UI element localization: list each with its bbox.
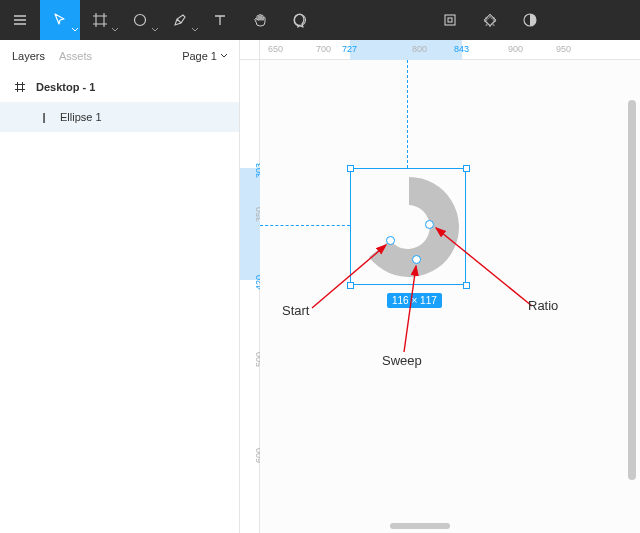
pen-tool[interactable] (160, 0, 200, 40)
frame-row[interactable]: Desktop - 1 (0, 72, 239, 102)
selection-box (350, 168, 466, 285)
tab-assets[interactable]: Assets (59, 50, 92, 62)
arc-start-handle[interactable] (386, 236, 395, 245)
selection-handle-sw[interactable] (347, 282, 354, 289)
layers-panel: Layers Assets Page 1 Desktop - 1 | Ellip… (0, 40, 240, 533)
ruler-tick: 800 (412, 44, 427, 54)
annotation-start: Start (282, 303, 309, 318)
ruler-vertical: 303 350 420 500 600 (240, 60, 260, 533)
shape-tool[interactable] (120, 0, 160, 40)
frame-name: Desktop - 1 (36, 81, 95, 93)
ruler-tick: 727 (342, 44, 357, 54)
mask-tool[interactable] (510, 0, 550, 40)
ruler-tick: 900 (508, 44, 523, 54)
selection-handle-ne[interactable] (463, 165, 470, 172)
layer-row-ellipse[interactable]: | Ellipse 1 (0, 102, 239, 132)
ruler-tick: 843 (454, 44, 469, 54)
layer-name: Ellipse 1 (60, 111, 102, 123)
dimension-badge: 116 × 117 (387, 293, 442, 308)
svg-rect-2 (445, 15, 455, 25)
comment-tool[interactable] (280, 0, 320, 40)
ellipse-layer-icon: | (38, 111, 50, 123)
effects-tool[interactable] (470, 0, 510, 40)
horizontal-scrollbar[interactable] (390, 523, 450, 529)
frame-tool[interactable] (80, 0, 120, 40)
vertical-scrollbar[interactable] (628, 100, 636, 480)
ruler-horizontal: 650 700 727 800 843 900 950 (260, 40, 640, 60)
chevron-down-icon (221, 54, 227, 58)
guide-vertical (407, 60, 408, 168)
tab-layers[interactable]: Layers (12, 50, 45, 62)
selection-handle-se[interactable] (463, 282, 470, 289)
page-selector[interactable]: Page 1 (182, 50, 227, 62)
ruler-tick: 950 (556, 44, 571, 54)
menu-button[interactable] (0, 0, 40, 40)
canvas-area[interactable]: 650 700 727 800 843 900 950 303 350 420 … (240, 40, 640, 533)
frame-icon (14, 82, 26, 92)
selection-handle-nw[interactable] (347, 165, 354, 172)
toolbar-right-group (430, 0, 550, 40)
guide-horizontal (260, 225, 350, 226)
annotation-sweep: Sweep (382, 353, 422, 368)
svg-point-0 (135, 15, 146, 26)
move-tool[interactable] (40, 0, 80, 40)
component-tool[interactable] (430, 0, 470, 40)
text-tool[interactable] (200, 0, 240, 40)
main-toolbar (0, 0, 640, 40)
page-selector-label: Page 1 (182, 50, 217, 62)
hand-tool[interactable] (240, 0, 280, 40)
arc-ratio-handle[interactable] (425, 220, 434, 229)
canvas[interactable]: 116 × 117 Start Sweep Ratio (260, 60, 640, 533)
arc-sweep-handle[interactable] (412, 255, 421, 264)
ruler-tick: 650 (268, 44, 283, 54)
ruler-corner (240, 40, 260, 60)
ruler-tick: 700 (316, 44, 331, 54)
annotation-ratio: Ratio (528, 298, 558, 313)
svg-rect-3 (448, 18, 452, 22)
